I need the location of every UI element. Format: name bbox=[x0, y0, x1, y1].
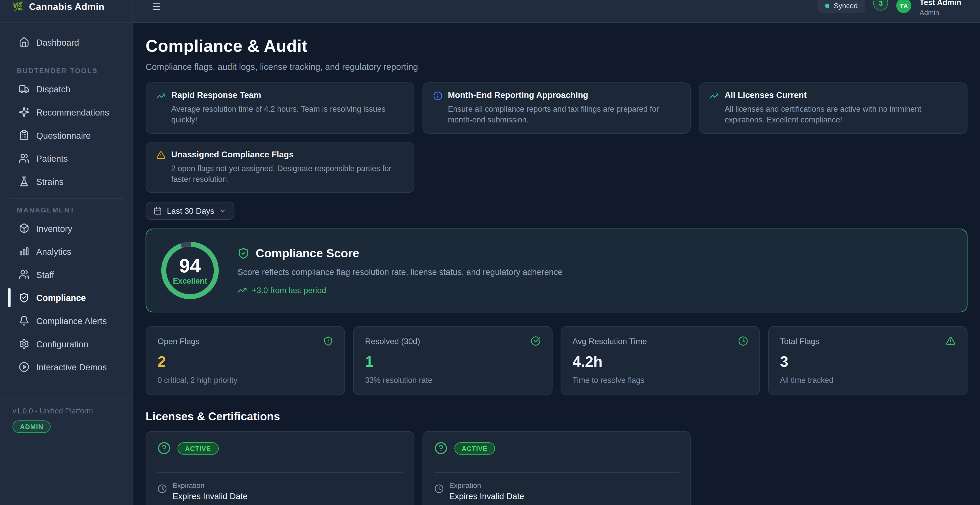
help-circle-icon bbox=[434, 441, 447, 454]
alert-triangle-icon bbox=[945, 336, 956, 346]
page-content: Compliance & Audit Compliance flags, aud… bbox=[133, 23, 980, 505]
shield-alert-icon bbox=[323, 336, 333, 346]
check-circle-icon bbox=[531, 336, 541, 346]
app-window: 🌿 Cannabis Admin Dashboard BUDTENDER TOO… bbox=[0, 0, 980, 505]
sidebar-item-label: Compliance bbox=[36, 292, 86, 302]
bell-icon bbox=[19, 316, 29, 326]
shield-check-icon bbox=[238, 248, 250, 259]
date-range-dropdown[interactable]: Last 30 Days bbox=[146, 202, 234, 220]
alert-title: All Licenses Current bbox=[724, 91, 807, 100]
sidebar-item-staff[interactable]: Staff bbox=[0, 263, 132, 286]
sidebar-item-label: Strains bbox=[36, 176, 64, 186]
page-subtitle: Compliance flags, audit logs, license tr… bbox=[146, 62, 967, 72]
sparkles-icon bbox=[19, 107, 29, 118]
clipboard-icon bbox=[19, 130, 29, 141]
brand-leaf-icon: 🌿 bbox=[13, 2, 24, 10]
sidebar-section-management: MANAGEMENT bbox=[0, 202, 132, 216]
users-icon bbox=[19, 153, 29, 164]
sidebar-item-label: Recommendations bbox=[36, 107, 109, 117]
stat-card-resolved: Resolved (30d) 1 33% resolution rate bbox=[353, 326, 552, 395]
user-info[interactable]: Test Admin Admin bbox=[920, 0, 961, 16]
stat-card-open-flags: Open Flags 2 0 critical, 2 high priority bbox=[146, 326, 345, 395]
sidebar-footer: v1.0.0 - Unified Platform ADMIN bbox=[0, 399, 132, 440]
stat-label: Resolved (30d) bbox=[365, 337, 420, 346]
topbar: Synced 3 TA Test Admin Admin bbox=[133, 0, 980, 23]
truck-icon bbox=[19, 84, 29, 94]
page-title: Compliance & Audit bbox=[146, 36, 967, 56]
hamburger-menu-icon[interactable] bbox=[152, 2, 161, 11]
licenses-section-title: Licenses & Certifications bbox=[146, 410, 967, 423]
sidebar-item-label: Dashboard bbox=[36, 37, 79, 47]
package-icon bbox=[19, 223, 29, 233]
sidebar-item-label: Dispatch bbox=[36, 84, 70, 94]
sidebar-item-compliance-alerts[interactable]: Compliance Alerts bbox=[0, 309, 132, 332]
avatar[interactable]: TA bbox=[897, 0, 912, 13]
info-icon bbox=[433, 91, 442, 100]
shield-check-icon bbox=[19, 292, 29, 303]
sidebar-item-patients[interactable]: Patients bbox=[0, 147, 132, 170]
user-role: Admin bbox=[920, 9, 961, 16]
stat-card-avg-resolution: Avg Resolution Time 4.2h Time to resolve… bbox=[561, 326, 760, 395]
sidebar-item-questionnaire[interactable]: Questionnaire bbox=[0, 124, 132, 147]
score-value: 94 bbox=[179, 256, 200, 275]
stat-subtext: 33% resolution rate bbox=[365, 376, 541, 385]
expiration-label: Expiration bbox=[449, 481, 524, 490]
sync-status-dot-icon bbox=[825, 3, 829, 8]
calendar-icon bbox=[154, 207, 162, 215]
sidebar-item-compliance[interactable]: Compliance bbox=[0, 286, 132, 310]
alert-body: Average resolution time of 4.2 hours. Te… bbox=[156, 104, 404, 125]
sidebar-item-dashboard[interactable]: Dashboard bbox=[0, 30, 132, 54]
stat-label: Avg Resolution Time bbox=[573, 337, 647, 346]
alert-card-rapid-response: Rapid Response Team Average resolution t… bbox=[146, 83, 414, 133]
admin-role-badge: ADMIN bbox=[13, 420, 51, 433]
sidebar-header: 🌿 Cannabis Admin bbox=[0, 0, 132, 23]
score-description: Score reflects compliance flag resolutio… bbox=[238, 267, 563, 277]
user-name: Test Admin bbox=[920, 0, 961, 7]
expiration-value: Expires Invalid Date bbox=[449, 491, 524, 502]
alert-title: Unassigned Compliance Flags bbox=[171, 150, 294, 160]
sidebar: 🌿 Cannabis Admin Dashboard BUDTENDER TOO… bbox=[0, 0, 133, 505]
sidebar-item-interactive-demos[interactable]: Interactive Demos bbox=[0, 355, 132, 378]
sidebar-item-configuration[interactable]: Configuration bbox=[0, 332, 132, 356]
sidebar-item-strains[interactable]: Strains bbox=[0, 170, 132, 193]
compliance-score-gauge: 94 Excellent bbox=[161, 242, 219, 299]
divider bbox=[158, 472, 402, 473]
score-rating: Excellent bbox=[173, 276, 207, 285]
alert-card-licenses-current: All Licenses Current All licenses and ce… bbox=[699, 83, 967, 133]
stat-subtext: 0 critical, 2 high priority bbox=[158, 376, 333, 385]
alert-cards: Rapid Response Team Average resolution t… bbox=[146, 83, 967, 193]
stat-subtext: All time tracked bbox=[780, 376, 956, 385]
sidebar-item-label: Configuration bbox=[36, 339, 88, 349]
stat-value: 1 bbox=[365, 354, 541, 370]
sidebar-item-label: Inventory bbox=[36, 224, 72, 233]
sidebar-item-analytics[interactable]: Analytics bbox=[0, 240, 132, 263]
sync-status-pill[interactable]: Synced bbox=[818, 0, 865, 13]
play-circle-icon bbox=[19, 362, 29, 372]
stat-value: 3 bbox=[780, 354, 956, 370]
sidebar-item-label: Compliance Alerts bbox=[36, 316, 107, 326]
sidebar-item-dispatch[interactable]: Dispatch bbox=[0, 78, 132, 101]
expiration-label: Expiration bbox=[172, 481, 248, 490]
license-cards: ACTIVE Expiration Expires Invalid Date I… bbox=[146, 431, 967, 505]
sidebar-section-budtender-tools: BUDTENDER TOOLS bbox=[0, 63, 132, 77]
notification-count-badge[interactable]: 3 bbox=[873, 0, 888, 11]
score-trend-label: +3.0 from last period bbox=[252, 285, 326, 295]
gear-icon bbox=[19, 338, 29, 349]
home-icon bbox=[19, 37, 29, 48]
app-version: v1.0.0 - Unified Platform bbox=[13, 407, 120, 415]
alert-body: All licenses and certifications are acti… bbox=[710, 104, 957, 125]
sidebar-item-recommendations[interactable]: Recommendations bbox=[0, 100, 132, 124]
expiration-value: Expires Invalid Date bbox=[172, 491, 248, 502]
alert-card-unassigned-flags: Unassigned Compliance Flags 2 open flags… bbox=[146, 142, 414, 193]
alert-title: Rapid Response Team bbox=[171, 91, 261, 100]
chevron-down-icon bbox=[219, 207, 226, 214]
sidebar-nav: Dashboard BUDTENDER TOOLS Dispatch Recom… bbox=[0, 23, 132, 378]
stat-subtext: Time to resolve flags bbox=[573, 376, 748, 385]
trending-up-icon bbox=[238, 285, 247, 295]
brand-title: Cannabis Admin bbox=[29, 1, 104, 12]
alert-card-month-end: Month-End Reporting Approaching Ensure a… bbox=[422, 83, 691, 133]
status-badge: ACTIVE bbox=[454, 442, 495, 454]
stat-value: 4.2h bbox=[573, 354, 748, 370]
stat-card-total-flags: Total Flags 3 All time tracked bbox=[768, 326, 967, 395]
sidebar-item-inventory[interactable]: Inventory bbox=[0, 217, 132, 240]
